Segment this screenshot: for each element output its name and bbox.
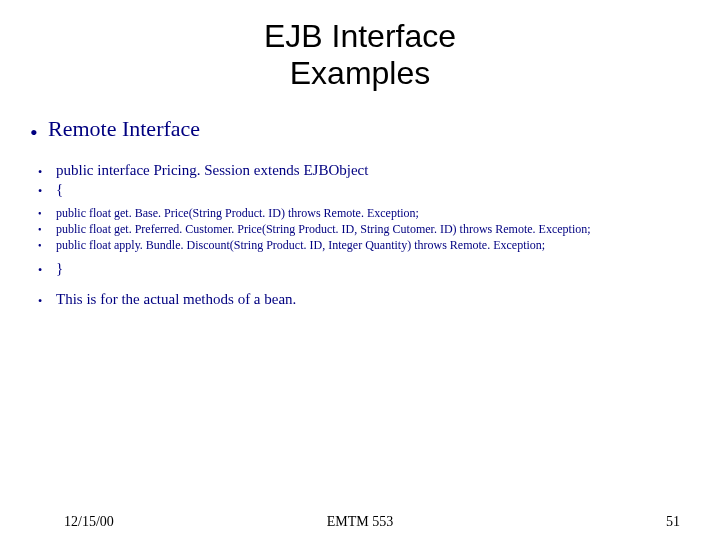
bullet-dot-icon: • xyxy=(38,291,56,307)
code-text: public float apply. Bundle. Discount(Str… xyxy=(56,238,700,253)
title-line-2: Examples xyxy=(290,55,431,91)
code-text: public interface Pricing. Session extend… xyxy=(56,162,700,179)
footer-center: EMTM 553 xyxy=(0,514,720,530)
slide-title: EJB Interface Examples xyxy=(0,18,720,92)
title-line-1: EJB Interface xyxy=(264,18,456,54)
bullet-dot-icon: • xyxy=(38,222,56,235)
code-line: • } xyxy=(30,260,700,277)
code-text: public float get. Base. Price(String Pro… xyxy=(56,206,700,221)
note-bullet: • This is for the actual methods of a be… xyxy=(30,291,700,308)
content-area: • Remote Interface • public interface Pr… xyxy=(0,116,720,308)
footer-page-number: 51 xyxy=(666,514,680,530)
slide: EJB Interface Examples • Remote Interfac… xyxy=(0,18,720,540)
code-text: { xyxy=(56,181,700,198)
bullet-dot-icon: • xyxy=(38,181,56,197)
bullet-dot-icon: • xyxy=(38,260,56,276)
bullet-dot-icon: • xyxy=(38,206,56,219)
heading-bullet: • Remote Interface xyxy=(30,116,700,144)
bullet-dot-icon: • xyxy=(38,162,56,178)
code-text: public float get. Preferred. Customer. P… xyxy=(56,222,700,237)
bullet-dot-icon: • xyxy=(38,238,56,251)
code-line: • { xyxy=(30,181,700,198)
spacer xyxy=(30,279,700,291)
code-line-small: • public float get. Base. Price(String P… xyxy=(30,206,700,221)
code-line-small: • public float apply. Bundle. Discount(S… xyxy=(30,238,700,253)
bullet-dot-icon: • xyxy=(30,116,48,144)
code-line-small: • public float get. Preferred. Customer.… xyxy=(30,222,700,237)
code-line: • public interface Pricing. Session exte… xyxy=(30,162,700,179)
heading-text: Remote Interface xyxy=(48,116,700,142)
note-text: This is for the actual methods of a bean… xyxy=(56,291,700,308)
code-text: } xyxy=(56,260,700,277)
